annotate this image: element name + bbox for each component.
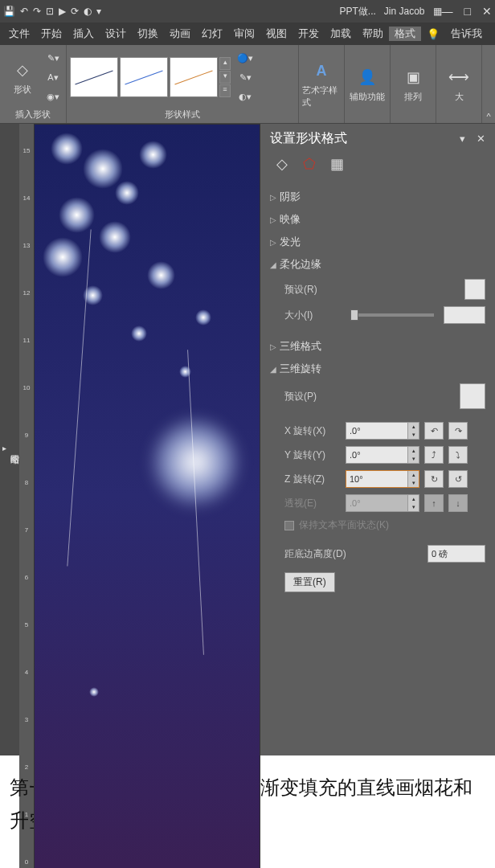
thumbnails-tab[interactable]: ▸ 缩略图 bbox=[0, 124, 19, 755]
y-rot-down-icon[interactable]: ⤵ bbox=[448, 446, 468, 464]
panel-title: 设置形状格式 bbox=[270, 130, 460, 147]
spin-up-icon[interactable]: ▴ bbox=[407, 471, 419, 479]
menu-addin[interactable]: 加载 bbox=[325, 27, 357, 41]
size-slider[interactable] bbox=[350, 313, 434, 317]
display-opts-icon[interactable]: ▦ bbox=[433, 6, 442, 17]
qat-icon-3[interactable]: ⟳ bbox=[71, 6, 79, 17]
shape-fill-icon[interactable]: 🔵▾ bbox=[235, 49, 255, 67]
panel-dropdown-icon[interactable]: ▾ bbox=[460, 133, 465, 145]
effects-tab-icon[interactable]: ⬠ bbox=[301, 155, 318, 173]
ribbon-collapse-icon[interactable]: ^ bbox=[482, 45, 495, 123]
soft-edges-preset-button[interactable] bbox=[464, 279, 485, 300]
gallery-up-icon[interactable]: ▴ bbox=[219, 57, 231, 70]
expand-icon: ▷ bbox=[270, 193, 280, 202]
menu-review[interactable]: 审阅 bbox=[228, 27, 260, 41]
ribbon-size: ⟷大 bbox=[436, 45, 482, 123]
redo-icon[interactable]: ↷ bbox=[33, 6, 41, 17]
minimize-icon[interactable]: — bbox=[442, 5, 453, 18]
size-button[interactable]: ⟷大 bbox=[440, 58, 478, 111]
maximize-icon[interactable]: □ bbox=[464, 5, 471, 18]
arrange-button[interactable]: ▣排列 bbox=[394, 58, 432, 111]
size-props-tab-icon[interactable]: ▦ bbox=[328, 155, 346, 173]
tellme-icon[interactable]: 💡 bbox=[421, 28, 445, 40]
spin-up-icon[interactable]: ▴ bbox=[407, 447, 419, 455]
prop-reflection[interactable]: ▷映像 bbox=[270, 208, 485, 231]
menu-transition[interactable]: 切换 bbox=[132, 27, 164, 41]
qat-icon-4[interactable]: ◐ bbox=[84, 6, 92, 17]
z-rot-cw-icon[interactable]: ↻ bbox=[424, 470, 444, 488]
close-icon[interactable]: ✕ bbox=[482, 5, 492, 18]
prop-3d-rotation[interactable]: ◢三维旋转 bbox=[270, 358, 485, 380]
spin-down-icon[interactable]: ▾ bbox=[407, 431, 419, 439]
menu-view[interactable]: 视图 bbox=[260, 27, 292, 41]
menu-format[interactable]: 格式 bbox=[389, 27, 421, 41]
textbox-icon[interactable]: A▾ bbox=[43, 68, 63, 86]
style-gallery[interactable] bbox=[70, 57, 218, 97]
gallery-more-icon[interactable]: ≡ bbox=[219, 84, 231, 97]
style-thumb-1[interactable] bbox=[70, 57, 118, 97]
y-rot-spinner[interactable]: .0°▴▾ bbox=[346, 446, 419, 464]
panel-close-icon[interactable]: ✕ bbox=[477, 133, 485, 145]
user-name: Jin Jacob bbox=[384, 6, 425, 17]
save-icon[interactable]: 💾 bbox=[3, 6, 15, 17]
merge-icon[interactable]: ◉▾ bbox=[43, 88, 63, 105]
prop-shadow[interactable]: ▷阴影 bbox=[270, 186, 485, 208]
spin-down-icon: ▾ bbox=[407, 503, 419, 511]
preset-p-label: 预设(P) bbox=[284, 390, 341, 403]
doc-title: PPT做... bbox=[339, 5, 375, 18]
menu-insert[interactable]: 插入 bbox=[68, 27, 100, 41]
size-spinner[interactable] bbox=[444, 306, 485, 324]
menu-dev[interactable]: 开发 bbox=[292, 27, 325, 41]
rotation-preset-button[interactable] bbox=[460, 383, 485, 409]
menu-tellme[interactable]: 告诉我 bbox=[445, 27, 488, 41]
ribbon: ◇ 形状 ✎▾ A▾ ◉▾ 插入形状 ▴ ▾ ≡ 🔵▾ bbox=[0, 45, 495, 124]
prop-glow[interactable]: ▷发光 bbox=[270, 231, 485, 253]
x-rot-right-icon[interactable]: ↷ bbox=[448, 422, 468, 440]
qat-icon-2[interactable]: ▶ bbox=[59, 6, 66, 17]
menu-slideshow[interactable]: 幻灯 bbox=[196, 27, 228, 41]
menu-help[interactable]: 帮助 bbox=[357, 27, 389, 41]
slider-thumb[interactable] bbox=[350, 309, 358, 321]
menu-design[interactable]: 设计 bbox=[100, 27, 132, 41]
accessibility-button[interactable]: 👤辅助功能 bbox=[348, 58, 387, 111]
spin-down-icon[interactable]: ▾ bbox=[407, 479, 419, 487]
gallery-down-icon[interactable]: ▾ bbox=[219, 71, 231, 84]
x-rot-left-icon[interactable]: ↶ bbox=[424, 422, 444, 440]
spin-up-icon[interactable]: ▴ bbox=[407, 423, 419, 431]
menubar: 文件 开始 插入 设计 切换 动画 幻灯 审阅 视图 开发 加载 帮助 格式 💡… bbox=[0, 23, 495, 45]
shape-icon: ◇ bbox=[11, 59, 34, 81]
expand-icon: ▷ bbox=[270, 238, 280, 247]
expand-icon: ▷ bbox=[270, 342, 280, 351]
menu-file[interactable]: 文件 bbox=[3, 27, 35, 41]
edit-shape-icon[interactable]: ✎▾ bbox=[43, 49, 63, 67]
x-rot-spinner[interactable]: .0°▴▾ bbox=[346, 422, 419, 440]
distance-spinner[interactable]: 0 磅 bbox=[428, 545, 485, 563]
wordart-button[interactable]: A艺术字样式 bbox=[302, 58, 341, 111]
menu-animation[interactable]: 动画 bbox=[164, 27, 196, 41]
shape-effects-icon[interactable]: ◐▾ bbox=[235, 88, 255, 105]
prop-soft-edges[interactable]: ◢柔化边缘 bbox=[270, 253, 485, 276]
size-icon: ⟷ bbox=[448, 66, 470, 88]
y-rot-up-icon[interactable]: ⤴ bbox=[424, 446, 444, 464]
prop-3d-format[interactable]: ▷三维格式 bbox=[270, 335, 485, 358]
reset-button[interactable]: 重置(R) bbox=[284, 572, 335, 592]
qat-more-icon[interactable]: ▾ bbox=[96, 6, 101, 17]
style-thumb-2[interactable] bbox=[120, 57, 168, 97]
fill-line-tab-icon[interactable]: ◇ bbox=[273, 155, 291, 173]
perspective-label: 透视(E) bbox=[284, 497, 341, 510]
style-thumb-3[interactable] bbox=[170, 57, 218, 97]
spin-down-icon[interactable]: ▾ bbox=[407, 455, 419, 463]
ribbon-insert-shape: ◇ 形状 ✎▾ A▾ ◉▾ 插入形状 bbox=[0, 45, 67, 123]
keep-flat-checkbox[interactable] bbox=[284, 521, 294, 530]
collapse-icon: ◢ bbox=[270, 365, 280, 374]
undo-icon[interactable]: ↶ bbox=[20, 6, 28, 17]
canvas-area: 8 · 7 · 6 · 5 · 4 · 3 · 2 · 1 · 0 · 1 · … bbox=[19, 124, 260, 755]
menu-home[interactable]: 开始 bbox=[35, 27, 68, 41]
qat-icon-1[interactable]: ⊡ bbox=[46, 6, 54, 17]
slide-canvas[interactable] bbox=[34, 124, 260, 868]
shape-button[interactable]: ◇ 形状 bbox=[3, 51, 42, 104]
z-rot-ccw-icon[interactable]: ↺ bbox=[448, 470, 468, 488]
shape-outline-icon[interactable]: ✎▾ bbox=[235, 68, 255, 86]
z-rot-spinner[interactable]: 10°▴▾ bbox=[346, 470, 419, 488]
persp-narrow-icon: ↑ bbox=[424, 494, 444, 512]
